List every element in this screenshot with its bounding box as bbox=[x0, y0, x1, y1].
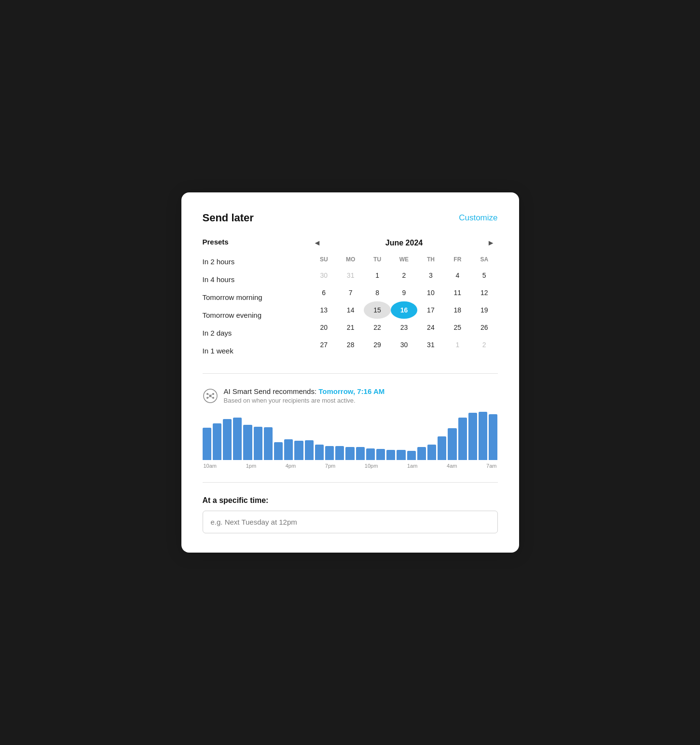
cal-day-21[interactable]: 21 bbox=[337, 319, 364, 336]
chart-bar-15 bbox=[356, 447, 365, 460]
cal-day-28[interactable]: 28 bbox=[337, 336, 364, 353]
calendar-next-button[interactable]: ► bbox=[484, 238, 498, 248]
divider-2 bbox=[203, 482, 498, 483]
specific-time-label: At a specific time: bbox=[203, 496, 498, 505]
chart-bar-13 bbox=[335, 446, 344, 460]
chart-bar-4 bbox=[243, 425, 252, 460]
customize-link[interactable]: Customize bbox=[459, 213, 497, 223]
chart-bar-5 bbox=[254, 427, 262, 461]
activity-chart bbox=[203, 412, 498, 460]
svg-point-3 bbox=[206, 397, 208, 399]
svg-line-6 bbox=[208, 394, 209, 395]
cal-day-19[interactable]: 19 bbox=[471, 301, 497, 319]
cal-day-6[interactable]: 6 bbox=[311, 284, 337, 301]
svg-point-1 bbox=[206, 393, 208, 395]
svg-line-9 bbox=[211, 397, 212, 398]
cal-day-30-faded[interactable]: 30 bbox=[311, 267, 337, 284]
calendar-month-year: June 2024 bbox=[385, 239, 423, 247]
chart-bar-2 bbox=[223, 419, 232, 460]
chart-bar-21 bbox=[417, 447, 426, 460]
chart-bar-9 bbox=[294, 441, 303, 460]
cal-day-header-th: TH bbox=[417, 254, 444, 267]
ai-section: AI Smart Send recommends: Tomorrow, 7:16… bbox=[203, 387, 498, 404]
svg-line-7 bbox=[211, 394, 212, 395]
specific-time-input[interactable] bbox=[203, 511, 498, 533]
cal-day-29[interactable]: 29 bbox=[364, 336, 390, 353]
preset-in-4-hours[interactable]: In 4 hours bbox=[203, 271, 299, 288]
chart-label-4am: 4am bbox=[447, 463, 457, 469]
preset-in-1-week[interactable]: In 1 week bbox=[203, 342, 299, 360]
chart-bar-18 bbox=[386, 450, 395, 460]
chart-bar-1 bbox=[213, 423, 221, 460]
chart-labels: 10am 1pm 4pm 7pm 10pm 1am 4am 7am bbox=[203, 463, 498, 469]
cal-day-15[interactable]: 15 bbox=[364, 301, 390, 319]
presets-label: Presets bbox=[203, 238, 299, 246]
cal-day-header-tu: TU bbox=[364, 254, 390, 267]
cal-day-2-faded[interactable]: 2 bbox=[471, 336, 497, 353]
preset-tomorrow-morning[interactable]: Tomorrow morning bbox=[203, 288, 299, 306]
cal-day-23[interactable]: 23 bbox=[391, 319, 417, 336]
cal-day-11[interactable]: 11 bbox=[444, 284, 471, 301]
chart-bar-16 bbox=[366, 448, 375, 460]
cal-day-26[interactable]: 26 bbox=[471, 319, 497, 336]
cal-day-2[interactable]: 2 bbox=[391, 267, 417, 284]
chart-bar-23 bbox=[438, 436, 446, 460]
ai-brain-icon bbox=[203, 388, 218, 404]
cal-day-14[interactable]: 14 bbox=[337, 301, 364, 319]
divider-1 bbox=[203, 373, 498, 374]
cal-day-9[interactable]: 9 bbox=[391, 284, 417, 301]
cal-day-8[interactable]: 8 bbox=[364, 284, 390, 301]
cal-day-1[interactable]: 1 bbox=[364, 267, 390, 284]
chart-label-10am: 10am bbox=[204, 463, 217, 469]
chart-label-1am: 1am bbox=[407, 463, 417, 469]
cal-day-18[interactable]: 18 bbox=[444, 301, 471, 319]
preset-in-2-days[interactable]: In 2 days bbox=[203, 324, 299, 342]
cal-day-22[interactable]: 22 bbox=[364, 319, 390, 336]
chart-bar-20 bbox=[407, 451, 416, 461]
chart-bar-24 bbox=[448, 428, 456, 460]
ai-main-text: AI Smart Send recommends: Tomorrow, 7:16… bbox=[224, 387, 385, 395]
cal-day-27[interactable]: 27 bbox=[311, 336, 337, 353]
cal-day-3[interactable]: 3 bbox=[417, 267, 444, 284]
cal-day-20[interactable]: 20 bbox=[311, 319, 337, 336]
svg-line-8 bbox=[208, 397, 209, 398]
cal-day-header-we: WE bbox=[391, 254, 417, 267]
svg-point-2 bbox=[212, 393, 214, 395]
calendar-section: ◄ June 2024 ► SUMOTUWETHFRSA 30311234567… bbox=[311, 238, 498, 360]
chart-bar-27 bbox=[479, 412, 487, 460]
chart-bar-28 bbox=[489, 414, 497, 460]
cal-day-24[interactable]: 24 bbox=[417, 319, 444, 336]
cal-day-5[interactable]: 5 bbox=[471, 267, 497, 284]
ai-text-block: AI Smart Send recommends: Tomorrow, 7:16… bbox=[224, 387, 385, 404]
cal-day-header-mo: MO bbox=[337, 254, 364, 267]
cal-day-25[interactable]: 25 bbox=[444, 319, 471, 336]
svg-point-4 bbox=[212, 397, 214, 399]
preset-tomorrow-evening[interactable]: Tomorrow evening bbox=[203, 306, 299, 324]
chart-label-10pm: 10pm bbox=[365, 463, 378, 469]
cal-day-7[interactable]: 7 bbox=[337, 284, 364, 301]
cal-day-1-faded[interactable]: 1 bbox=[444, 336, 471, 353]
chart-bar-3 bbox=[233, 418, 242, 460]
chart-bar-14 bbox=[345, 447, 354, 460]
cal-day-16[interactable]: 16 bbox=[391, 301, 417, 319]
cal-day-31[interactable]: 31 bbox=[417, 336, 444, 353]
chart-bar-17 bbox=[376, 449, 385, 460]
cal-day-4[interactable]: 4 bbox=[444, 267, 471, 284]
cal-day-31-faded[interactable]: 31 bbox=[337, 267, 364, 284]
ai-highlight: Tomorrow, 7:16 AM bbox=[318, 387, 384, 395]
main-content: Presets In 2 hours In 4 hours Tomorrow m… bbox=[203, 238, 498, 360]
cal-day-12[interactable]: 12 bbox=[471, 284, 497, 301]
cal-day-10[interactable]: 10 bbox=[417, 284, 444, 301]
chart-label-7pm: 7pm bbox=[325, 463, 335, 469]
cal-day-30[interactable]: 30 bbox=[391, 336, 417, 353]
preset-in-2-hours[interactable]: In 2 hours bbox=[203, 253, 299, 271]
cal-day-13[interactable]: 13 bbox=[311, 301, 337, 319]
chart-label-1pm: 1pm bbox=[246, 463, 256, 469]
chart-bar-11 bbox=[315, 445, 324, 460]
calendar-prev-button[interactable]: ◄ bbox=[311, 238, 324, 248]
cal-day-header-fr: FR bbox=[444, 254, 471, 267]
cal-day-17[interactable]: 17 bbox=[417, 301, 444, 319]
cal-day-header-su: SU bbox=[311, 254, 337, 267]
chart-bar-22 bbox=[427, 445, 436, 460]
card-header: Send later Customize bbox=[203, 212, 498, 224]
